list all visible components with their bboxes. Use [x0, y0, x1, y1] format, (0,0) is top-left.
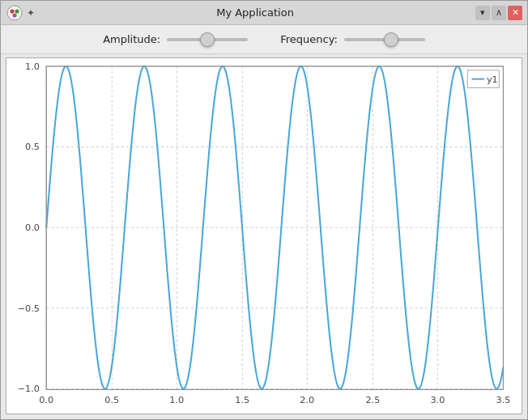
julia-logo: [6, 4, 23, 22]
svg-text:0.0: 0.0: [39, 395, 53, 405]
svg-text:0.5: 0.5: [104, 395, 119, 405]
minimize-button[interactable]: ▾: [475, 6, 490, 20]
pin-icon[interactable]: ✦: [27, 7, 35, 19]
svg-text:2.5: 2.5: [365, 395, 380, 405]
svg-point-0: [7, 6, 22, 20]
frequency-label: Frequency:: [280, 33, 338, 45]
amplitude-group: Amplitude:: [103, 33, 248, 45]
titlebar-left: ✦: [6, 4, 35, 22]
svg-text:0.0: 0.0: [25, 223, 40, 233]
svg-text:1.5: 1.5: [235, 395, 249, 405]
titlebar: ✦ My Application ▾ ∧ ✕: [1, 1, 527, 25]
window-title: My Application: [35, 6, 475, 19]
svg-text:1.0: 1.0: [169, 395, 184, 405]
app-window: ✦ My Application ▾ ∧ ✕ Amplitude: Freque…: [0, 0, 528, 420]
amplitude-label: Amplitude:: [103, 33, 160, 45]
titlebar-buttons: ▾ ∧ ✕: [475, 6, 522, 20]
svg-text:1.0: 1.0: [25, 62, 40, 72]
plot-svg: 1.0 0.5 0.0 −0.5 −1.0 0.0 0.5 1.0 1.5 2.…: [6, 58, 522, 414]
svg-text:0.5: 0.5: [25, 142, 40, 153]
frequency-slider[interactable]: [344, 38, 425, 41]
svg-point-1: [11, 9, 15, 13]
maximize-button[interactable]: ∧: [492, 6, 506, 20]
svg-text:−0.5: −0.5: [18, 303, 40, 314]
svg-text:2.0: 2.0: [300, 395, 314, 405]
amplitude-slider[interactable]: [167, 38, 248, 41]
svg-text:3.5: 3.5: [496, 395, 510, 405]
svg-text:y1: y1: [487, 74, 498, 85]
frequency-group: Frequency:: [280, 33, 425, 45]
svg-point-3: [13, 13, 17, 17]
svg-text:−1.0: −1.0: [18, 384, 40, 395]
svg-point-2: [15, 9, 19, 13]
close-button[interactable]: ✕: [508, 6, 522, 20]
toolbar: Amplitude: Frequency:: [1, 25, 527, 54]
plot-area: 1.0 0.5 0.0 −0.5 −1.0 0.0 0.5 1.0 1.5 2.…: [6, 57, 522, 414]
svg-text:3.0: 3.0: [430, 395, 445, 405]
